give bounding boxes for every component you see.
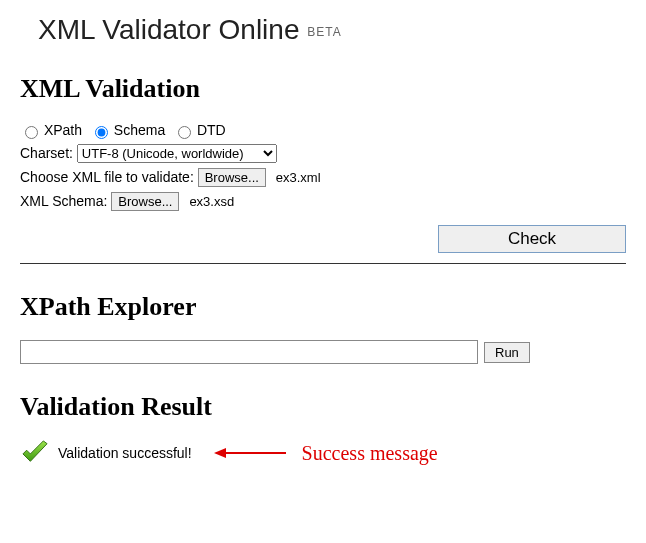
annotation-text: Success message: [302, 442, 438, 465]
title-text: XML Validator Online: [38, 14, 299, 45]
radio-schema-label[interactable]: Schema: [90, 122, 169, 138]
browse-schema-button[interactable]: Browse...: [111, 192, 179, 211]
check-button[interactable]: Check: [438, 225, 626, 253]
validation-heading: XML Validation: [20, 74, 626, 104]
schema-file-row: XML Schema: Browse... ex3.xsd: [20, 192, 626, 211]
radio-schema-text: Schema: [114, 122, 165, 138]
schema-filename: ex3.xsd: [189, 194, 234, 209]
radio-dtd-text: DTD: [197, 122, 226, 138]
schema-label: XML Schema:: [20, 193, 107, 209]
radio-xpath-text: XPath: [44, 122, 82, 138]
radio-xpath-label[interactable]: XPath: [20, 122, 86, 138]
beta-badge: BETA: [307, 25, 341, 39]
charset-select[interactable]: UTF-8 (Unicode, worldwide): [77, 144, 277, 163]
checkmark-icon: [20, 440, 50, 466]
page-title: XML Validator Online BETA: [38, 14, 626, 46]
result-heading: Validation Result: [20, 392, 626, 422]
result-row: Validation successful! Success message: [20, 440, 626, 466]
xpath-heading: XPath Explorer: [20, 292, 626, 322]
radio-dtd-label[interactable]: DTD: [173, 122, 226, 138]
xml-filename: ex3.xml: [276, 170, 321, 185]
validation-mode-radios: XPath Schema DTD: [20, 122, 626, 139]
result-message: Validation successful!: [58, 445, 192, 461]
run-button[interactable]: Run: [484, 342, 530, 363]
arrow-icon: [214, 448, 286, 458]
radio-xpath[interactable]: [25, 126, 38, 139]
xml-file-row: Choose XML file to validate: Browse... e…: [20, 168, 626, 187]
divider: [20, 263, 626, 264]
radio-dtd[interactable]: [178, 126, 191, 139]
xpath-input[interactable]: [20, 340, 478, 364]
xpath-row: Run: [20, 340, 626, 364]
browse-xml-button[interactable]: Browse...: [198, 168, 266, 187]
charset-label: Charset:: [20, 145, 73, 161]
choose-xml-label: Choose XML file to validate:: [20, 169, 194, 185]
charset-row: Charset: UTF-8 (Unicode, worldwide): [20, 144, 626, 163]
radio-schema[interactable]: [95, 126, 108, 139]
check-row: Check: [20, 225, 626, 253]
